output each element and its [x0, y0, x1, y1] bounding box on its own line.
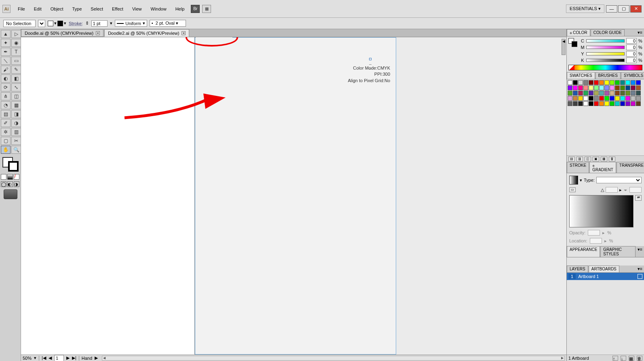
eyedropper-tool[interactable]: ✐ — [1, 119, 11, 127]
color-mode-gradient[interactable] — [7, 174, 13, 180]
swatch-16[interactable] — [578, 85, 583, 90]
selection-dropdown[interactable] — [38, 20, 45, 27]
swatch-69[interactable] — [636, 101, 641, 106]
swatch-42[interactable] — [568, 96, 572, 101]
artboard-list-item[interactable]: 1 Artboard 1 — [567, 273, 644, 280]
swatch-64[interactable] — [610, 101, 614, 106]
magic-wand-tool[interactable]: ✦ — [1, 39, 11, 47]
c-slider[interactable] — [586, 39, 625, 42]
panel-menu-icon[interactable]: ▾≡ — [636, 29, 644, 36]
menu-file[interactable]: File — [14, 5, 29, 13]
menu-window[interactable]: Window — [147, 5, 171, 13]
swatch-14[interactable] — [568, 85, 572, 90]
swatch-28[interactable] — [568, 91, 572, 96]
move-up-icon[interactable]: ↑ — [612, 356, 618, 361]
status-page[interactable] — [54, 355, 64, 361]
swatch-21[interactable] — [604, 85, 609, 90]
swatch-18[interactable] — [589, 85, 593, 90]
status-tool-dropdown-icon[interactable]: ▶ — [95, 355, 98, 361]
window-maximize[interactable]: ▢ — [618, 5, 629, 13]
draw-behind[interactable]: ◐ — [7, 181, 13, 187]
swatch-15[interactable] — [573, 85, 578, 90]
swatch-6[interactable] — [599, 80, 604, 85]
tab-color[interactable]: COLOR — [567, 29, 590, 36]
swatch-options-icon[interactable]: ◫ — [585, 157, 591, 161]
direct-selection-tool[interactable]: ▷ — [11, 30, 21, 38]
stroke-indicator[interactable] — [57, 21, 63, 26]
stroke-profile[interactable]: Uniform ▾ — [115, 20, 147, 27]
swatch-57[interactable] — [573, 101, 578, 106]
gradient-preview[interactable] — [569, 176, 578, 185]
zoom-tool[interactable]: 🔍 — [11, 146, 21, 154]
swatch-43[interactable] — [573, 96, 578, 101]
swatch-32[interactable] — [589, 91, 593, 96]
nav-first-icon[interactable]: |◀ — [42, 355, 46, 361]
swatch-47[interactable] — [594, 96, 599, 101]
menu-object[interactable]: Object — [46, 5, 68, 13]
menu-edit[interactable]: Edit — [30, 5, 46, 13]
artboard-orientation-icon[interactable] — [638, 274, 642, 279]
shape-builder-tool[interactable]: ◔ — [1, 101, 11, 109]
lasso-tool[interactable]: ◉ — [11, 39, 21, 47]
fill-dropdown-icon[interactable]: ▾ — [54, 21, 57, 26]
symbol-sprayer-tool[interactable]: ✲ — [1, 128, 11, 136]
swatch-66[interactable] — [620, 101, 625, 106]
nav-last-icon[interactable]: ▶| — [72, 355, 76, 361]
artboards-menu-icon[interactable]: ▾≡ — [636, 265, 644, 272]
gradient-aspect-input[interactable] — [629, 187, 642, 193]
swatch-61[interactable] — [594, 101, 599, 106]
column-graph-tool[interactable]: ▥ — [11, 128, 21, 136]
swatch-31[interactable] — [583, 91, 588, 96]
swatch-58[interactable] — [578, 101, 583, 106]
fill-stroke-control[interactable] — [2, 157, 19, 172]
swatch-libraries-icon[interactable]: ▤ — [568, 157, 575, 161]
swatch-54[interactable] — [631, 96, 636, 101]
tab-swatches[interactable]: SWATCHES — [567, 72, 595, 79]
swatch-23[interactable] — [615, 85, 620, 90]
swatch-55[interactable] — [636, 96, 641, 101]
swatch-41[interactable] — [636, 91, 641, 96]
swatch-kinds-icon[interactable]: ▥ — [576, 157, 583, 161]
swatch-68[interactable] — [631, 101, 636, 106]
arrange-docs-button[interactable]: ▦ — [202, 5, 211, 13]
location-input[interactable] — [590, 238, 602, 244]
width-tool[interactable]: ⋔ — [1, 92, 11, 100]
swatch-11[interactable] — [625, 80, 630, 85]
swatch-19[interactable] — [594, 85, 599, 90]
reverse-gradient-icon[interactable]: ⇄ — [635, 195, 642, 201]
tab-transparency[interactable]: TRANSPARENCY — [617, 162, 644, 173]
k-value[interactable] — [626, 57, 637, 63]
nav-prev-icon[interactable]: ◀ — [49, 355, 52, 361]
tab-graphic-styles[interactable]: GRAPHIC STYLES — [600, 246, 635, 257]
gradient-type-select[interactable] — [596, 177, 642, 183]
draw-normal[interactable]: ◯ — [1, 181, 6, 187]
y-slider[interactable] — [586, 52, 625, 55]
workspace-switcher[interactable]: ESSENTIALS ▾ — [566, 4, 604, 13]
m-slider[interactable] — [586, 46, 625, 49]
panel-collapse-arrow[interactable]: ◀ — [562, 39, 566, 55]
eraser-tool[interactable]: ◧ — [11, 74, 21, 83]
brush-definition[interactable]: • 2 pt. Oval ▾ — [150, 20, 186, 27]
swatch-1[interactable] — [573, 80, 578, 85]
swatch-40[interactable] — [631, 91, 636, 96]
swatch-10[interactable] — [620, 80, 625, 85]
nav-next-icon[interactable]: ▶ — [66, 355, 70, 361]
new-swatch-icon[interactable]: ▦ — [601, 157, 607, 161]
bridge-button[interactable]: Br — [191, 5, 200, 13]
paintbrush-tool[interactable]: 🖌 — [1, 66, 11, 74]
swatch-35[interactable] — [604, 91, 609, 96]
stroke-label[interactable]: Stroke: — [69, 21, 83, 26]
swatch-37[interactable] — [615, 91, 620, 96]
swatch-53[interactable] — [625, 96, 630, 101]
gradient-ramp[interactable] — [569, 195, 633, 227]
menu-select[interactable]: Select — [87, 5, 107, 13]
swatch-33[interactable] — [594, 91, 599, 96]
screen-mode-button[interactable] — [4, 189, 17, 199]
swatch-45[interactable] — [583, 96, 588, 101]
delete-swatch-icon[interactable]: 🗑 — [609, 157, 615, 161]
menu-effect[interactable]: Effect — [108, 5, 127, 13]
color-fillstroke[interactable] — [568, 38, 577, 47]
appearance-menu-icon[interactable]: ▾≡ — [636, 246, 644, 257]
swatch-36[interactable] — [610, 91, 614, 96]
draw-inside[interactable]: ◑ — [14, 181, 19, 187]
